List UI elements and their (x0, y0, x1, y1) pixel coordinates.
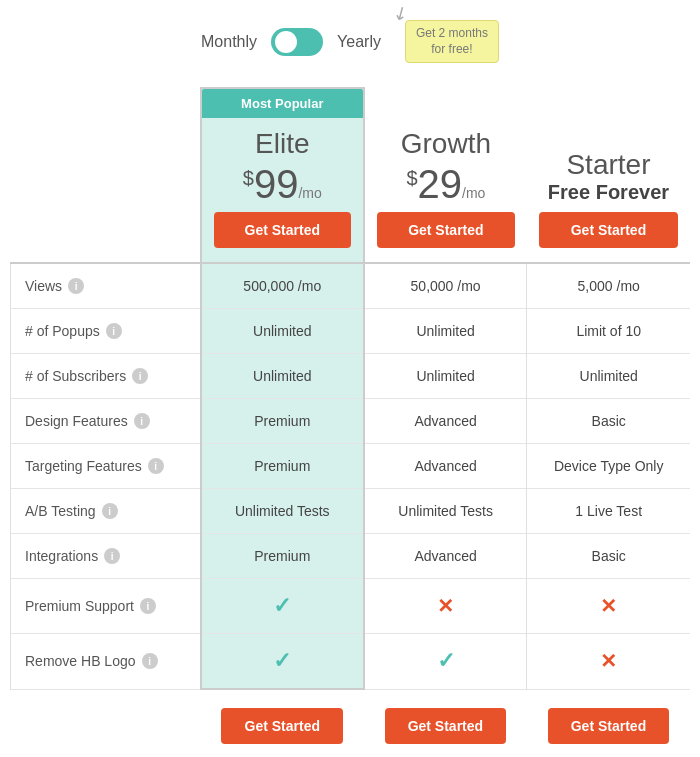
feature-row: Remove HB Logoi✓✓✕ (11, 634, 691, 690)
info-icon[interactable]: i (142, 653, 158, 669)
growth-feature-value: Advanced (364, 534, 527, 579)
starter-feature-value: ✕ (527, 634, 690, 690)
elite-cta-top[interactable]: Get Started (214, 212, 351, 248)
info-icon[interactable]: i (68, 278, 84, 294)
feature-row: A/B TestingiUnlimited TestsUnlimited Tes… (11, 489, 691, 534)
feature-label-cell: # of Subscribersi (11, 354, 201, 399)
starter-feature-value: Limit of 10 (527, 309, 690, 354)
feature-row: # of SubscribersiUnlimitedUnlimitedUnlim… (11, 354, 691, 399)
growth-feature-value: Advanced (364, 399, 527, 444)
page-wrapper: Monthly Yearly ↙ Get 2 months for free! … (10, 20, 690, 757)
feature-row: Viewsi500,000 /mo50,000 /mo5,000 /mo (11, 263, 691, 309)
plan-header-starter: Starter Free Forever Get Started (527, 88, 690, 263)
growth-period: /mo (462, 186, 485, 200)
info-icon[interactable]: i (132, 368, 148, 384)
pricing-table: Most Popular Elite $ 99 /mo Get Started … (10, 87, 690, 757)
starter-feature-value: Device Type Only (527, 444, 690, 489)
info-icon[interactable]: i (104, 548, 120, 564)
feature-label-cell: Premium Supporti (11, 579, 201, 634)
cross-icon: ✕ (437, 595, 454, 617)
check-icon: ✓ (437, 648, 455, 673)
elite-feature-value: Unlimited (201, 309, 364, 354)
elite-cta-bottom[interactable]: Get Started (221, 708, 343, 744)
footer-row: Get Started Get Started Get Started (11, 689, 691, 757)
elite-currency: $ (243, 168, 254, 188)
billing-toggle-row: Monthly Yearly ↙ Get 2 months for free! (201, 20, 499, 63)
info-icon[interactable]: i (102, 503, 118, 519)
free-note-box: Get 2 months for free! (405, 20, 499, 63)
info-icon[interactable]: i (148, 458, 164, 474)
growth-cta-top[interactable]: Get Started (377, 212, 515, 248)
starter-feature-value: ✕ (527, 579, 690, 634)
feature-label-cell: Remove HB Logoi (11, 634, 201, 690)
check-icon: ✓ (273, 648, 291, 673)
plan-header-elite: Most Popular Elite $ 99 /mo Get Started (201, 88, 364, 263)
elite-feature-value: Unlimited Tests (201, 489, 364, 534)
yearly-label: Yearly (337, 33, 381, 51)
starter-plan-name: Starter (527, 149, 690, 181)
elite-period: /mo (298, 186, 321, 200)
elite-feature-value: ✓ (201, 579, 364, 634)
free-note: ↙ Get 2 months for free! (405, 20, 499, 63)
starter-free-label: Free Forever (527, 181, 690, 204)
growth-feature-value: 50,000 /mo (364, 263, 527, 309)
elite-plan-name: Elite (202, 128, 363, 160)
info-icon[interactable]: i (134, 413, 150, 429)
footer-growth: Get Started (364, 689, 527, 757)
starter-feature-value: 1 Live Test (527, 489, 690, 534)
info-icon[interactable]: i (140, 598, 156, 614)
elite-feature-value: Unlimited (201, 354, 364, 399)
feature-row: IntegrationsiPremiumAdvancedBasic (11, 534, 691, 579)
growth-price: $ 29 /mo (365, 164, 527, 204)
empty-header (11, 88, 201, 263)
growth-plan-name: Growth (365, 128, 527, 160)
most-popular-badge: Most Popular (202, 89, 363, 118)
starter-feature-value: Unlimited (527, 354, 690, 399)
growth-feature-value: Advanced (364, 444, 527, 489)
growth-feature-value: Unlimited (364, 354, 527, 399)
footer-starter: Get Started (527, 689, 690, 757)
growth-feature-value: Unlimited Tests (364, 489, 527, 534)
starter-feature-value: Basic (527, 399, 690, 444)
starter-cta-top[interactable]: Get Started (539, 212, 678, 248)
growth-currency: $ (406, 168, 417, 188)
growth-amount: 29 (418, 164, 463, 204)
cross-icon: ✕ (600, 650, 617, 672)
feature-row: Targeting FeaturesiPremiumAdvancedDevice… (11, 444, 691, 489)
growth-feature-value: ✓ (364, 634, 527, 690)
feature-label-cell: Viewsi (11, 263, 201, 309)
growth-cta-bottom[interactable]: Get Started (385, 708, 507, 744)
feature-label-cell: Design Featuresi (11, 399, 201, 444)
feature-label-cell: Targeting Featuresi (11, 444, 201, 489)
elite-feature-value: Premium (201, 399, 364, 444)
plan-header-growth: Growth $ 29 /mo Get Started (364, 88, 527, 263)
starter-feature-value: 5,000 /mo (527, 263, 690, 309)
billing-toggle[interactable] (271, 28, 323, 56)
feature-label-cell: # of Popupsi (11, 309, 201, 354)
check-icon: ✓ (273, 593, 291, 618)
elite-feature-value: 500,000 /mo (201, 263, 364, 309)
feature-label-cell: Integrationsi (11, 534, 201, 579)
feature-row: # of PopupsiUnlimitedUnlimitedLimit of 1… (11, 309, 691, 354)
cross-icon: ✕ (600, 595, 617, 617)
growth-feature-value: Unlimited (364, 309, 527, 354)
starter-cta-bottom[interactable]: Get Started (548, 708, 670, 744)
footer-elite: Get Started (201, 689, 364, 757)
elite-feature-value: ✓ (201, 634, 364, 690)
elite-feature-value: Premium (201, 534, 364, 579)
header-row: Most Popular Elite $ 99 /mo Get Started … (11, 88, 691, 263)
feature-row: Premium Supporti✓✕✕ (11, 579, 691, 634)
elite-feature-value: Premium (201, 444, 364, 489)
elite-amount: 99 (254, 164, 299, 204)
feature-label-cell: A/B Testingi (11, 489, 201, 534)
info-icon[interactable]: i (106, 323, 122, 339)
elite-price: $ 99 /mo (202, 164, 363, 204)
starter-feature-value: Basic (527, 534, 690, 579)
growth-feature-value: ✕ (364, 579, 527, 634)
footer-empty (11, 689, 201, 757)
monthly-label: Monthly (201, 33, 257, 51)
feature-row: Design FeaturesiPremiumAdvancedBasic (11, 399, 691, 444)
